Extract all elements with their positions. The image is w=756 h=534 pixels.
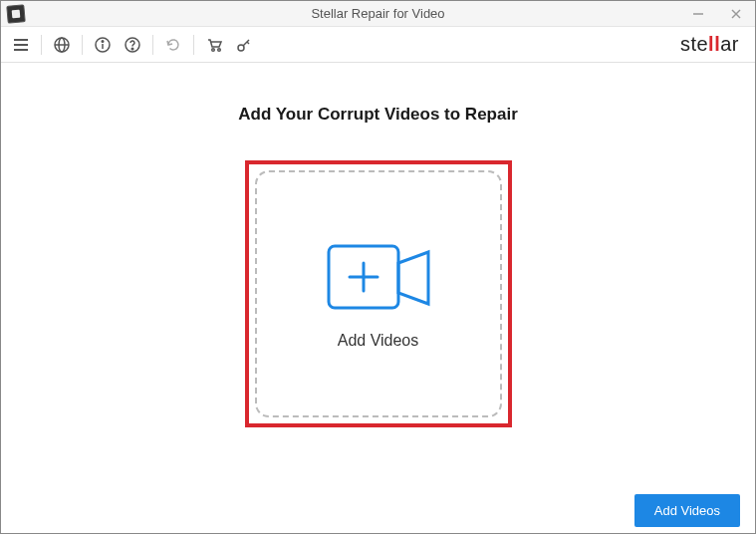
help-icon[interactable]: [121, 33, 144, 57]
window-title: Stellar Repair for Video: [1, 6, 755, 21]
svg-point-13: [131, 48, 133, 50]
toolbar-separator: [82, 35, 83, 55]
footer: Add Videos: [0, 486, 756, 534]
dropzone-label: Add Videos: [338, 332, 419, 350]
svg-marker-20: [398, 252, 428, 304]
minimize-button[interactable]: [679, 1, 717, 26]
add-videos-dropzone[interactable]: Add Videos: [255, 170, 502, 417]
svg-line-18: [247, 42, 249, 44]
globe-icon[interactable]: [50, 33, 74, 57]
close-button[interactable]: [717, 1, 755, 26]
cart-icon[interactable]: [202, 33, 226, 57]
add-videos-button[interactable]: Add Videos: [634, 494, 740, 527]
svg-point-11: [102, 40, 104, 42]
toolbar-separator: [41, 35, 42, 55]
svg-point-15: [218, 48, 221, 51]
refresh-icon[interactable]: [161, 33, 185, 57]
key-icon[interactable]: [232, 33, 256, 57]
brand-logo: stellar: [680, 33, 747, 56]
dropzone-highlight: Add Videos: [245, 160, 512, 427]
toolbar-separator: [152, 35, 153, 55]
info-icon[interactable]: [91, 33, 115, 57]
toolbar-separator: [193, 35, 194, 55]
svg-point-14: [212, 48, 215, 51]
toolbar: stellar: [1, 27, 755, 63]
main-content: Add Your Corrupt Videos to Repair Add Vi…: [1, 63, 755, 485]
titlebar: Stellar Repair for Video: [1, 1, 755, 27]
video-plus-icon: [319, 238, 438, 322]
window-controls: [679, 1, 755, 26]
app-icon: [6, 4, 26, 24]
page-heading: Add Your Corrupt Videos to Repair: [238, 105, 518, 125]
menu-icon[interactable]: [9, 33, 33, 57]
